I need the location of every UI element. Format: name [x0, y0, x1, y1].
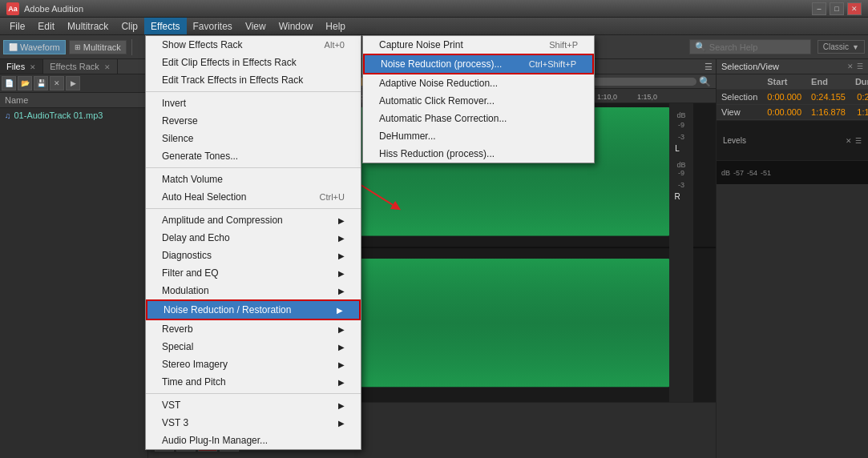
- dd-filter-eq[interactable]: Filter and EQ ▶: [146, 264, 361, 282]
- dd-auto-click-remover[interactable]: Automatic Click Remover...: [363, 92, 594, 110]
- dd-item-shortcut: Ctrl+Shift+P: [529, 59, 576, 69]
- dd-show-effects-rack[interactable]: Show Effects Rack Alt+0: [146, 36, 361, 54]
- dd-audio-plugin-manager[interactable]: Audio Plug-In Manager...: [146, 432, 361, 449]
- menu-edit[interactable]: Edit: [31, 18, 61, 34]
- menu-window[interactable]: Window: [273, 18, 320, 34]
- zoom-icon[interactable]: 🔍: [696, 74, 713, 90]
- dd-item-label: Adaptive Noise Reduction...: [379, 78, 498, 89]
- dd-dehummer[interactable]: DeHummer...: [363, 127, 594, 145]
- selection-panel-options[interactable]: ☰: [857, 62, 863, 70]
- workspace-label: Classic: [823, 42, 849, 51]
- dd-edit-track-effects[interactable]: Edit Track Effects in Effects Rack: [146, 71, 361, 89]
- dd-noise-reduction[interactable]: Noise Reduction / Restoration ▶: [146, 299, 361, 320]
- waveform-mode-button[interactable]: ⬜ Waveform: [3, 40, 66, 54]
- menu-multitrack[interactable]: Multitrack: [61, 18, 115, 34]
- levels-db-bar: dB -57 -54 -51: [717, 160, 868, 184]
- multitrack-label: Multitrack: [83, 42, 121, 52]
- menu-help[interactable]: Help: [319, 18, 352, 34]
- menu-file[interactable]: File: [3, 18, 31, 34]
- dd-sep-3: [146, 208, 361, 209]
- dd-stereo-imagery[interactable]: Stereo Imagery ▶: [146, 356, 361, 373]
- levels-close[interactable]: ✕: [846, 137, 852, 145]
- menu-view[interactable]: View: [239, 18, 273, 34]
- app-icon: Aa: [6, 2, 19, 15]
- dd-diagnostics[interactable]: Diagnostics ▶: [146, 247, 361, 264]
- dd-item-label: VST: [162, 400, 180, 411]
- selection-panel-title: Selection/View: [721, 62, 779, 71]
- dd-invert[interactable]: Invert: [146, 94, 361, 112]
- files-tab-close[interactable]: ✕: [30, 63, 36, 71]
- view-duration: 1:16.878: [850, 105, 868, 120]
- dd-match-volume[interactable]: Match Volume: [146, 171, 361, 188]
- selection-panel-header: Selection/View ✕ ☰: [717, 59, 868, 74]
- col-duration: Duration: [850, 74, 868, 90]
- play-file-btn[interactable]: ▶: [66, 76, 80, 90]
- workspace-dropdown-icon: ▼: [852, 43, 859, 51]
- levels-label: Levels: [723, 136, 746, 145]
- list-item[interactable]: ♫ 01-AudioTrack 01.mp3: [0, 108, 147, 123]
- view-end: 1:16.878: [806, 105, 850, 120]
- dd-submenu-arrow: ▶: [337, 306, 343, 315]
- dd-time-pitch[interactable]: Time and Pitch ▶: [146, 373, 361, 391]
- new-file-btn[interactable]: 📄: [2, 76, 16, 90]
- selection-view-panel: Selection/View ✕ ☰ Start End Duration Se…: [716, 59, 868, 458]
- dd-auto-phase-correction[interactable]: Automatic Phase Correction...: [363, 110, 594, 127]
- dd-item-label: Automatic Phase Correction...: [379, 113, 507, 124]
- menu-effects[interactable]: Effects: [144, 18, 186, 34]
- dd-reverb[interactable]: Reverb ▶: [146, 320, 361, 338]
- dd-amplitude[interactable]: Amplitude and Compression ▶: [146, 211, 361, 229]
- dd-item-label: Reverse: [162, 115, 198, 127]
- search-input[interactable]: [709, 42, 805, 52]
- db-minus57: -57: [733, 169, 744, 177]
- dd-special[interactable]: Special ▶: [146, 338, 361, 356]
- table-row: Selection 0:00.000 0:24.155 0:24.155: [717, 90, 868, 105]
- selection-panel-close[interactable]: ✕: [847, 62, 854, 70]
- dd-hiss-reduction[interactable]: Hiss Reduction (process)...: [363, 145, 594, 163]
- dd-item-label: Stereo Imagery: [162, 359, 228, 370]
- dd-item-label: Generate Tones...: [162, 151, 238, 162]
- close-button[interactable]: ✕: [847, 2, 862, 15]
- dd-reverse[interactable]: Reverse: [146, 112, 361, 130]
- levels-options[interactable]: ☰: [855, 137, 862, 145]
- dd-vst3[interactable]: VST 3 ▶: [146, 414, 361, 432]
- files-tab[interactable]: Files ✕: [0, 59, 43, 74]
- menu-bar: File Edit Multitrack Clip Effects Favori…: [0, 18, 868, 35]
- close-file-btn[interactable]: ✕: [50, 76, 64, 90]
- effects-rack-tab-close[interactable]: ✕: [104, 63, 111, 71]
- effects-rack-tab[interactable]: Effects Rack ✕: [43, 59, 118, 74]
- dd-capture-noise-print[interactable]: Capture Noise Print Shift+P: [363, 36, 594, 54]
- dd-submenu-arrow: ▶: [338, 287, 345, 295]
- panel-options-icon[interactable]: ☰: [704, 61, 713, 72]
- noise-reduction-submenu: Capture Noise Print Shift+P Noise Reduct…: [362, 35, 595, 163]
- svg-text:L: L: [675, 144, 680, 153]
- svg-text:-9: -9: [678, 121, 684, 129]
- dd-vst[interactable]: VST ▶: [146, 396, 361, 414]
- dd-modulation[interactable]: Modulation ▶: [146, 282, 361, 299]
- save-file-btn[interactable]: 💾: [34, 76, 48, 90]
- dd-noise-reduction-process[interactable]: Noise Reduction (process)... Ctrl+Shift+…: [363, 54, 594, 74]
- minimize-button[interactable]: –: [812, 2, 826, 15]
- open-file-btn[interactable]: 📂: [18, 76, 32, 90]
- dd-item-label: DeHummer...: [379, 131, 436, 142]
- multitrack-mode-button[interactable]: ⊞ Multitrack: [69, 40, 127, 54]
- dd-adaptive-noise-reduction[interactable]: Adaptive Noise Reduction...: [363, 74, 594, 92]
- effects-dropdown-menu: Show Effects Rack Alt+0 Edit Clip Effect…: [145, 35, 361, 450]
- dd-silence[interactable]: Silence: [146, 130, 361, 147]
- dd-item-label: Show Effects Rack: [162, 39, 243, 50]
- files-list: ♫ 01-AudioTrack 01.mp3: [0, 108, 147, 458]
- menu-clip[interactable]: Clip: [115, 18, 144, 34]
- audio-file-icon: ♫: [5, 111, 11, 120]
- dd-submenu-arrow: ▶: [338, 360, 345, 369]
- dd-generate-tones[interactable]: Generate Tones...: [146, 147, 361, 165]
- table-row: View 0:00.000 1:16.878 1:16.878: [717, 105, 868, 120]
- selection-start: 0:00.000: [762, 90, 806, 105]
- dd-auto-heal[interactable]: Auto Heal Selection Ctrl+U: [146, 188, 361, 206]
- dd-item-shortcut: Alt+0: [325, 40, 345, 50]
- maximize-button[interactable]: □: [830, 2, 844, 15]
- menu-favorites[interactable]: Favorites: [187, 18, 239, 34]
- svg-text:1:10,0: 1:10,0: [597, 93, 617, 101]
- levels-panel: Levels ✕ ☰: [717, 120, 868, 160]
- dd-item-label: Reverb: [162, 323, 193, 335]
- dd-delay-echo[interactable]: Delay and Echo ▶: [146, 229, 361, 247]
- dd-edit-clip-effects[interactable]: Edit Clip Effects in Effects Rack: [146, 54, 361, 71]
